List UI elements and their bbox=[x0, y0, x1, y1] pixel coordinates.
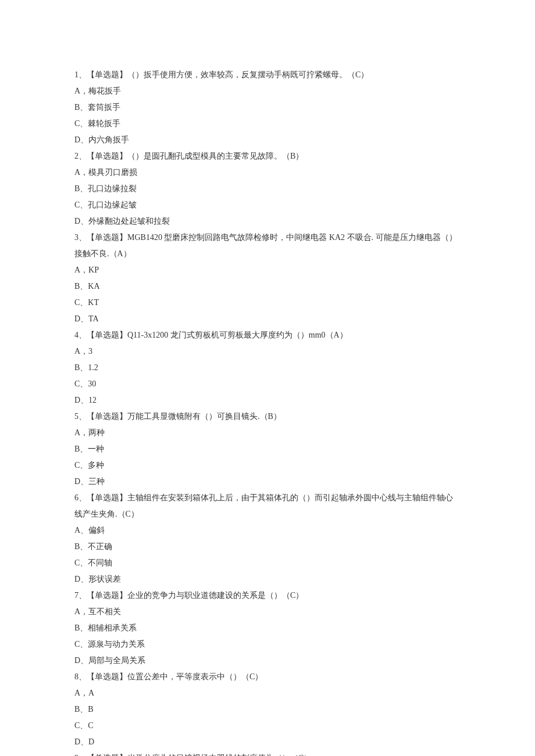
question-block-6: 6、【单选题】主轴组件在安装到箱体孔上后，由于其箱体孔的（）而引起轴承外圆中心线… bbox=[74, 490, 461, 587]
option-c: C、源泉与动力关系 bbox=[74, 636, 461, 653]
option-b: B、KA bbox=[74, 278, 461, 295]
option-c: C、孔口边缘起皱 bbox=[74, 197, 461, 213]
option-d: D、外缘翻边处起皱和拉裂 bbox=[74, 213, 461, 230]
option-d: D、三种 bbox=[74, 474, 461, 490]
option-b: B、套筒扳手 bbox=[74, 99, 461, 116]
option-a: A，梅花扳手 bbox=[74, 83, 461, 99]
question-text: 5、【单选题】万能工具显微镜附有（）可换目镜头.（B） bbox=[74, 409, 461, 425]
option-d: D、形状误差 bbox=[74, 571, 461, 587]
option-b: B、B bbox=[74, 701, 461, 718]
option-d: D、D bbox=[74, 734, 461, 750]
option-c: C、30 bbox=[74, 376, 461, 392]
question-text: 8、【单选题】位置公差中，平等度表示中（）（C） bbox=[74, 669, 461, 685]
question-block-7: 7、【单选题】企业的竞争力与职业道德建设的关系是（）（C） A，互不相关 B、相… bbox=[74, 587, 461, 669]
question-block-9: 9、【单选题】光学分度头的目镜视场中双线的刻度值为（）（C） A，10' B、2… bbox=[74, 750, 461, 756]
option-d: D、局部与全局关系 bbox=[74, 653, 461, 669]
option-d: D、TA bbox=[74, 311, 461, 327]
question-block-2: 2、【单选题】（）是圆孔翻孔成型模具的主要常见故障。（B） A，模具刃口磨损 B… bbox=[74, 148, 461, 230]
option-b: B、1.2 bbox=[74, 360, 461, 376]
option-d: D、12 bbox=[74, 392, 461, 409]
question-text: 4、【单选题】Q11-3x1200 龙门式剪板机可剪板最大厚度约为（）mm0（A… bbox=[74, 327, 461, 343]
option-a: A、偏斜 bbox=[74, 522, 461, 539]
option-c: C、C bbox=[74, 718, 461, 734]
question-text: 3、【单选题】MGB1420 型磨床控制回路电气故障检修时，中间继电器 KA2 … bbox=[74, 230, 461, 262]
option-a: A，3 bbox=[74, 343, 461, 360]
option-b: B、相辅相承关系 bbox=[74, 620, 461, 636]
option-a: A，互不相关 bbox=[74, 604, 461, 620]
option-b: B、孔口边缘拉裂 bbox=[74, 181, 461, 197]
option-c: C、棘轮扳手 bbox=[74, 116, 461, 132]
question-block-8: 8、【单选题】位置公差中，平等度表示中（）（C） A，A B、B C、C D、D bbox=[74, 669, 461, 750]
option-b: B、不正确 bbox=[74, 539, 461, 555]
question-block-4: 4、【单选题】Q11-3x1200 龙门式剪板机可剪板最大厚度约为（）mm0（A… bbox=[74, 327, 461, 409]
question-block-5: 5、【单选题】万能工具显微镜附有（）可换目镜头.（B） A，两种 B、一种 C、… bbox=[74, 409, 461, 490]
option-a: A，A bbox=[74, 685, 461, 701]
question-text: 7、【单选题】企业的竞争力与职业道德建设的关系是（）（C） bbox=[74, 587, 461, 604]
option-b: B、一种 bbox=[74, 441, 461, 457]
question-text: 6、【单选题】主轴组件在安装到箱体孔上后，由于其箱体孔的（）而引起轴承外圆中心线… bbox=[74, 490, 461, 522]
option-c: C、多种 bbox=[74, 457, 461, 474]
question-block-3: 3、【单选题】MGB1420 型磨床控制回路电气故障检修时，中间继电器 KA2 … bbox=[74, 230, 461, 327]
option-a: A，两种 bbox=[74, 425, 461, 441]
option-c: C、不同轴 bbox=[74, 555, 461, 571]
option-a: A，KP bbox=[74, 262, 461, 278]
question-text: 2、【单选题】（）是圆孔翻孔成型模具的主要常见故障。（B） bbox=[74, 148, 461, 164]
option-c: C、KT bbox=[74, 295, 461, 311]
question-block-1: 1、【单选题】（）扳手使用方便，效率较高，反复摆动手柄既可拧紧螺母。（C） A，… bbox=[74, 67, 461, 148]
option-d: D、内六角扳手 bbox=[74, 132, 461, 148]
question-text: 9、【单选题】光学分度头的目镜视场中双线的刻度值为（）（C） bbox=[74, 750, 461, 756]
question-text: 1、【单选题】（）扳手使用方便，效率较高，反复摆动手柄既可拧紧螺母。（C） bbox=[74, 67, 461, 83]
option-a: A，模具刃口磨损 bbox=[74, 164, 461, 181]
